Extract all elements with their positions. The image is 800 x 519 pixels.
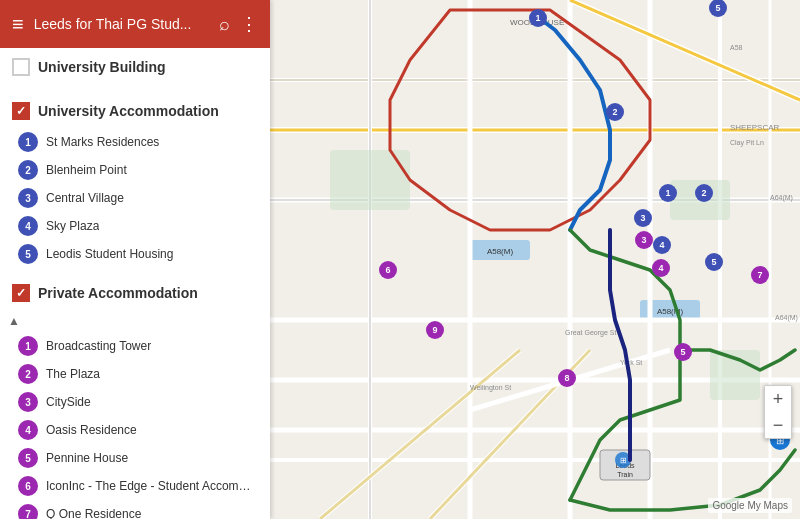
svg-text:York St: York St: [620, 359, 642, 366]
search-icon[interactable]: ⌕: [219, 14, 230, 35]
list-item[interactable]: 1 St Marks Residences: [10, 128, 270, 156]
item-badge: 5: [18, 448, 38, 468]
item-label: Central Village: [46, 191, 124, 205]
svg-rect-34: [330, 150, 410, 210]
item-badge: 2: [18, 364, 38, 384]
private-accommodation-header[interactable]: Private Accommodation: [0, 276, 270, 310]
item-label: Leodis Student Housing: [46, 247, 173, 261]
svg-text:5: 5: [715, 3, 720, 13]
item-label: IconInc - The Edge - Student Accommod...: [46, 479, 258, 493]
private-accommodation-checkbox[interactable]: [12, 284, 30, 302]
map-zoom-controls: + −: [764, 385, 792, 439]
list-item[interactable]: 6 IconInc - The Edge - Student Accommod.…: [10, 472, 270, 500]
map-svg: A58(M) A58(M): [270, 0, 800, 519]
svg-text:A64(M): A64(M): [775, 314, 798, 322]
collapse-button[interactable]: ▲: [0, 310, 270, 332]
svg-text:3: 3: [641, 235, 646, 245]
svg-text:9: 9: [432, 325, 437, 335]
svg-text:4: 4: [659, 240, 664, 250]
item-badge: 5: [18, 244, 38, 264]
svg-text:7: 7: [757, 270, 762, 280]
item-badge: 4: [18, 420, 38, 440]
item-label: Broadcasting Tower: [46, 339, 151, 353]
menu-icon[interactable]: ≡: [12, 13, 24, 36]
item-label: Pennine House: [46, 451, 128, 465]
svg-text:Great George St: Great George St: [565, 329, 616, 337]
item-label: Blenheim Point: [46, 163, 127, 177]
sidebar: ≡ Leeds for Thai PG Stud... ⌕ ⋮ Universi…: [0, 0, 270, 519]
svg-text:5: 5: [680, 347, 685, 357]
svg-text:8: 8: [564, 373, 569, 383]
list-item[interactable]: 5 Leodis Student Housing: [10, 240, 270, 268]
item-label: CitySide: [46, 395, 91, 409]
map-area: A58(M) A58(M): [270, 0, 800, 519]
svg-text:5: 5: [711, 257, 716, 267]
list-item[interactable]: 4 Oasis Residence: [10, 416, 270, 444]
item-label: The Plaza: [46, 367, 100, 381]
university-accommodation-title: University Accommodation: [38, 103, 219, 119]
university-accommodation-section: University Accommodation 1 St Marks Resi…: [0, 94, 270, 268]
item-badge: 4: [18, 216, 38, 236]
svg-text:Wellington St: Wellington St: [470, 384, 511, 392]
list-item[interactable]: 2 Blenheim Point: [10, 156, 270, 184]
item-label: Sky Plaza: [46, 219, 99, 233]
svg-text:2: 2: [612, 107, 617, 117]
item-badge: 3: [18, 392, 38, 412]
university-accommodation-header[interactable]: University Accommodation: [0, 94, 270, 128]
university-accommodation-checkbox[interactable]: [12, 102, 30, 120]
app-header: ≡ Leeds for Thai PG Stud... ⌕ ⋮: [0, 0, 270, 48]
university-building-checkbox[interactable]: [12, 58, 30, 76]
private-accommodation-items: 1 Broadcasting Tower 2 The Plaza 3 CityS…: [0, 332, 270, 519]
item-badge: 6: [18, 476, 38, 496]
more-options-icon[interactable]: ⋮: [240, 13, 258, 35]
item-badge: 2: [18, 160, 38, 180]
google-maps-logo: Google My Maps: [708, 498, 792, 513]
private-accommodation-title: Private Accommodation: [38, 285, 198, 301]
svg-text:⊞: ⊞: [620, 456, 627, 465]
svg-text:A58: A58: [730, 44, 743, 51]
private-accommodation-section: Private Accommodation ▲ 1 Broadcasting T…: [0, 276, 270, 519]
svg-text:A64(M): A64(M): [770, 194, 793, 202]
item-label: St Marks Residences: [46, 135, 159, 149]
svg-text:6: 6: [385, 265, 390, 275]
list-item[interactable]: 7 Q One Residence: [10, 500, 270, 519]
svg-text:SHEEPSCAR: SHEEPSCAR: [730, 123, 780, 132]
item-label: Q One Residence: [46, 507, 141, 519]
svg-text:3: 3: [640, 213, 645, 223]
app-title: Leeds for Thai PG Stud...: [34, 16, 209, 32]
item-badge: 3: [18, 188, 38, 208]
svg-text:A58(M): A58(M): [487, 247, 514, 256]
list-item[interactable]: 4 Sky Plaza: [10, 212, 270, 240]
zoom-out-button[interactable]: −: [765, 412, 791, 438]
svg-text:2: 2: [701, 188, 706, 198]
list-item[interactable]: 3 Central Village: [10, 184, 270, 212]
item-label: Oasis Residence: [46, 423, 137, 437]
list-item[interactable]: 3 CitySide: [10, 388, 270, 416]
svg-text:4: 4: [658, 263, 663, 273]
item-badge: 1: [18, 132, 38, 152]
svg-text:1: 1: [535, 13, 540, 23]
zoom-in-button[interactable]: +: [765, 386, 791, 412]
item-badge: 1: [18, 336, 38, 356]
university-accommodation-items: 1 St Marks Residences 2 Blenheim Point 3…: [0, 128, 270, 268]
list-item[interactable]: 5 Pennine House: [10, 444, 270, 472]
item-badge: 7: [18, 504, 38, 519]
collapse-arrow-icon: ▲: [8, 314, 20, 328]
university-building-row[interactable]: University Building: [0, 48, 270, 86]
list-item[interactable]: 2 The Plaza: [10, 360, 270, 388]
university-building-label: University Building: [38, 59, 166, 75]
list-item[interactable]: 1 Broadcasting Tower: [10, 332, 270, 360]
university-building-section: University Building: [0, 48, 270, 86]
svg-text:Clay Pit Ln: Clay Pit Ln: [730, 139, 764, 147]
svg-text:1: 1: [665, 188, 670, 198]
svg-text:Train: Train: [617, 471, 633, 478]
